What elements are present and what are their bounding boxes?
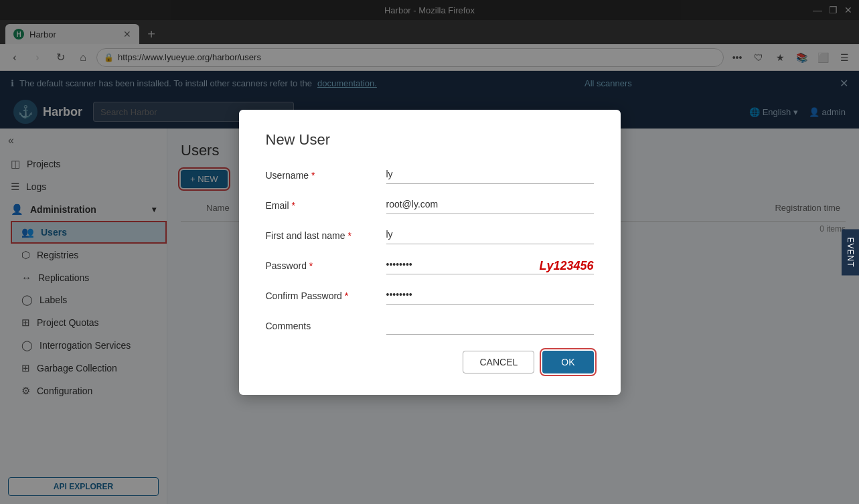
modal-overlay: New User Username * Email * First and la… [0, 0, 859, 504]
name-input-wrap [386, 225, 594, 244]
comments-input[interactable] [386, 315, 594, 335]
confirm-password-label: Confirm Password * [266, 285, 386, 301]
modal-title: New User [266, 131, 594, 149]
username-input[interactable] [386, 165, 594, 184]
email-input[interactable] [386, 195, 594, 214]
confirm-password-input-wrap [386, 285, 594, 305]
ok-button[interactable]: OK [542, 351, 593, 373]
password-row: Password * Ly123456 [266, 255, 594, 274]
username-label: Username * [266, 165, 386, 181]
name-input[interactable] [386, 225, 594, 244]
username-row: Username * [266, 165, 594, 184]
event-button[interactable]: EVENT [842, 229, 859, 275]
password-hint: Ly123456 [539, 259, 593, 273]
confirm-password-input[interactable] [386, 285, 594, 305]
comments-label: Comments [266, 315, 386, 331]
password-input-wrap: Ly123456 [386, 255, 594, 274]
new-user-modal: New User Username * Email * First and la… [239, 110, 621, 395]
username-input-wrap [386, 165, 594, 184]
comments-row: Comments [266, 315, 594, 335]
email-input-wrap [386, 195, 594, 214]
comments-input-wrap [386, 315, 594, 335]
cancel-button[interactable]: CANCEL [463, 351, 534, 373]
name-label: First and last name * [266, 225, 386, 241]
email-label: Email * [266, 195, 386, 211]
password-label: Password * [266, 255, 386, 271]
name-row: First and last name * [266, 225, 594, 244]
email-row: Email * [266, 195, 594, 214]
modal-footer: CANCEL OK [266, 351, 594, 373]
confirm-password-row: Confirm Password * [266, 285, 594, 305]
